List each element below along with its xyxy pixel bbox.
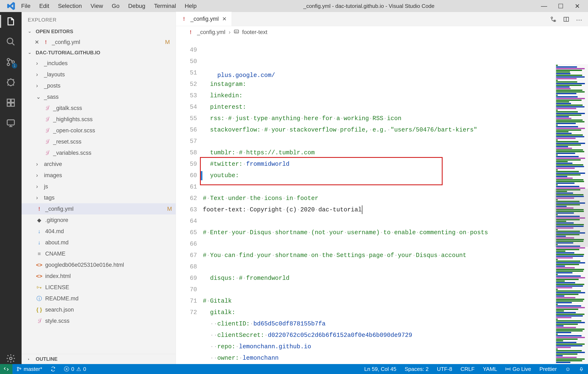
file-row[interactable]: !_config.ymlM xyxy=(21,203,176,214)
key-file-icon: 🗝 xyxy=(36,284,42,290)
minimap[interactable] xyxy=(555,64,588,364)
language-status[interactable]: YAML xyxy=(479,366,501,372)
problems-status[interactable]: ⓧ0 ⚠0 xyxy=(60,365,90,373)
open-editor-label: _config.yml xyxy=(52,39,80,45)
svg-point-2 xyxy=(7,63,10,66)
tree-label: _open-color.scss xyxy=(53,127,95,134)
menu-terminal[interactable]: Terminal xyxy=(153,2,177,10)
split-editor-icon[interactable] xyxy=(563,16,569,24)
tab-close-button[interactable]: ✕ xyxy=(222,16,227,22)
menu-debug[interactable]: Debug xyxy=(127,2,147,10)
file-row[interactable]: ⓘREADME.md xyxy=(21,293,176,304)
minimap-viewport[interactable] xyxy=(555,189,588,247)
notifications-status[interactable] xyxy=(575,366,588,372)
code-text-area[interactable]: plus.google.com/ instagram: linkedin: pi… xyxy=(203,38,588,364)
scss-file-icon: 𝒮 xyxy=(43,115,51,123)
folder-row[interactable]: ›_includes xyxy=(21,58,176,69)
remote-indicator[interactable] xyxy=(0,364,12,374)
menu-edit[interactable]: Edit xyxy=(38,2,50,10)
prettier-status[interactable]: Prettier xyxy=(535,366,561,372)
chevron-down-icon: ⌄ xyxy=(28,30,33,33)
tree-label: _highlights.scss xyxy=(53,116,93,123)
activity-explorer[interactable] xyxy=(5,16,16,27)
menu-file[interactable]: File xyxy=(20,2,32,10)
folder-row[interactable]: ›js xyxy=(21,181,176,192)
file-row[interactable]: 𝒮_open-color.scss xyxy=(21,125,176,136)
activity-source-control[interactable]: 1 xyxy=(5,56,16,68)
feedback-status[interactable]: ☺ xyxy=(561,366,575,372)
git-sync-status[interactable] xyxy=(46,366,60,372)
tree-label: googledb06e025310e016e.html xyxy=(45,262,124,268)
close-icon[interactable]: ✕ xyxy=(34,39,40,45)
more-actions-icon[interactable]: ⋯ xyxy=(576,16,582,24)
tree-label: 404.md xyxy=(45,228,64,235)
info-file-icon: ⓘ xyxy=(36,295,42,302)
tree-label: about.md xyxy=(45,239,69,246)
chevron-down-icon: ⌄ xyxy=(28,51,33,54)
breadcrumb-symbol[interactable]: footer-text xyxy=(242,29,268,35)
tree-label: search.json xyxy=(45,307,74,313)
scss-file-icon: 𝒮 xyxy=(43,104,51,112)
menu-help[interactable]: Help xyxy=(183,2,198,10)
folder-row[interactable]: ›images xyxy=(21,170,176,181)
tree-label: LICENSE xyxy=(45,284,69,291)
folder-row[interactable]: ›tags xyxy=(21,192,176,203)
chevron-icon: › xyxy=(36,71,41,78)
file-row[interactable]: 𝒮_gitalk.scss xyxy=(21,102,176,114)
file-row[interactable]: <>index.html xyxy=(21,270,176,282)
project-header[interactable]: ⌄ DAC-TUTORIAL.GITHUB.IO xyxy=(21,48,176,58)
svg-point-4 xyxy=(8,79,14,86)
code-editor[interactable]: 4950515253545556575859606162636465666768… xyxy=(176,38,588,364)
activity-extensions[interactable] xyxy=(5,97,16,108)
folder-row[interactable]: ›_posts xyxy=(21,80,176,91)
open-editors-header[interactable]: ⌄ OPEN EDITORS xyxy=(21,27,176,36)
maximize-button[interactable]: ☐ xyxy=(556,2,565,10)
activity-remote-explorer[interactable] xyxy=(5,118,16,128)
file-row[interactable]: ◆.gitignore xyxy=(21,214,176,226)
go-live-status[interactable]: Go Live xyxy=(501,366,535,372)
scss-file-icon: 𝒮 xyxy=(43,127,51,134)
file-row[interactable]: <>googledb06e025310e016e.html xyxy=(21,259,176,270)
folder-row[interactable]: ›_layouts xyxy=(21,69,176,80)
file-row[interactable]: { }search.json xyxy=(21,304,176,315)
file-row[interactable]: ↓404.md xyxy=(21,226,176,237)
svg-point-19 xyxy=(507,368,509,370)
activity-settings[interactable] xyxy=(5,353,16,364)
open-editor-item[interactable]: ✕ ! _config.yml M xyxy=(21,36,176,48)
folder-row[interactable]: ›archive xyxy=(21,159,176,170)
cursor-position-status[interactable]: Ln 59, Col 45 xyxy=(360,366,400,372)
indentation-status[interactable]: Spaces: 2 xyxy=(400,366,433,372)
tree-label: tags xyxy=(44,194,54,201)
file-row[interactable]: 🗝LICENSE xyxy=(21,282,176,293)
svg-rect-8 xyxy=(11,103,14,106)
svg-point-17 xyxy=(17,370,19,371)
folder-row[interactable]: ⌄_sass xyxy=(21,91,176,102)
encoding-status[interactable]: UTF-8 xyxy=(433,366,456,372)
editor-group: ! _config.yml ✕ ⋯ ! _config.yml › abc fo xyxy=(176,12,588,364)
file-row[interactable]: 𝒮_highlights.scss xyxy=(21,114,176,125)
line-number-gutter: 4950515253545556575859606162636465666768… xyxy=(176,38,203,364)
explorer-title: EXPLORER xyxy=(21,12,176,27)
tree-label: CNAME xyxy=(45,251,65,257)
eol-status[interactable]: CRLF xyxy=(456,366,479,372)
modified-indicator: M xyxy=(165,39,172,45)
file-row[interactable]: ≡CNAME xyxy=(21,248,176,259)
file-row[interactable]: 𝒮style.scss xyxy=(21,315,176,327)
breadcrumb-file[interactable]: _config.yml xyxy=(197,29,225,35)
menu-selection[interactable]: Selection xyxy=(57,2,83,10)
compare-changes-icon[interactable] xyxy=(550,16,556,24)
file-row[interactable]: 𝒮_variables.scss xyxy=(21,147,176,159)
menu-go[interactable]: Go xyxy=(111,2,121,10)
git-branch-status[interactable]: master* xyxy=(12,366,46,372)
menu-view[interactable]: View xyxy=(89,2,104,10)
outline-header[interactable]: › OUTLINE xyxy=(21,354,176,364)
file-row[interactable]: ↓about.md xyxy=(21,237,176,248)
tab-config-yml[interactable]: ! _config.yml ✕ xyxy=(176,12,232,26)
activity-debug[interactable] xyxy=(5,77,16,88)
breadcrumb[interactable]: ! _config.yml › abc footer-text xyxy=(176,26,588,38)
yml-file-icon: ! xyxy=(36,206,42,212)
minimize-button[interactable]: — xyxy=(540,2,548,10)
file-row[interactable]: 𝒮_reset.scss xyxy=(21,136,176,147)
close-window-button[interactable]: ✕ xyxy=(573,2,581,10)
activity-search[interactable] xyxy=(5,36,16,47)
